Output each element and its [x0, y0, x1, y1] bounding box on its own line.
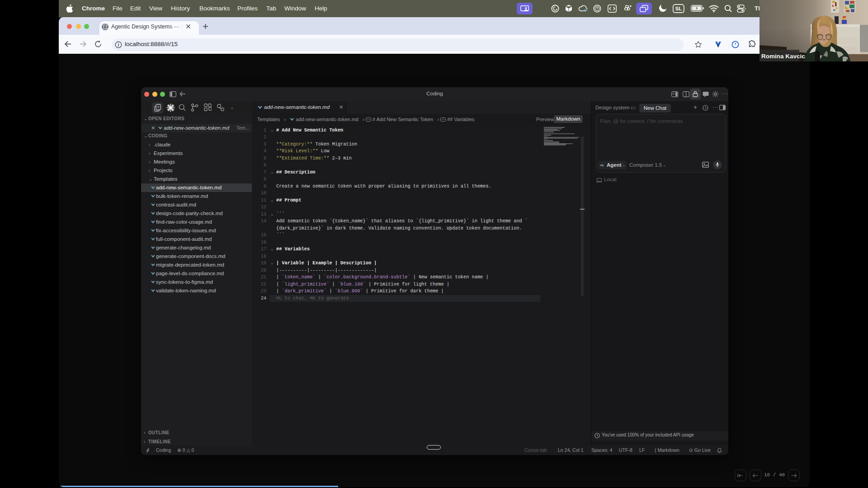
- svg-text:SL: SL: [675, 6, 682, 11]
- svg-text:Romina Kavcic: Romina Kavcic: [761, 53, 805, 60]
